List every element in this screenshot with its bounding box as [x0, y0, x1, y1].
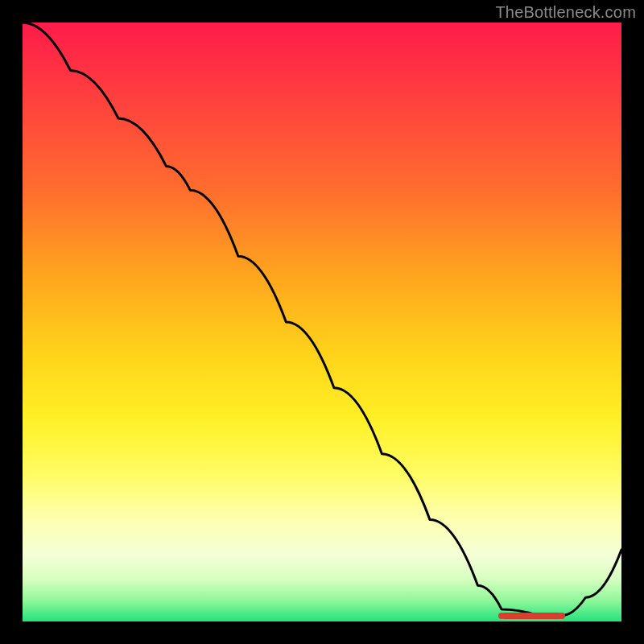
- marker-dot-start: [498, 613, 505, 619]
- marker-dot-end: [559, 613, 565, 619]
- optimal-range-marker: [502, 613, 561, 619]
- chart-frame: TheBottleneck.com: [0, 0, 644, 644]
- plot-area: [23, 23, 621, 621]
- curve-layer: [23, 23, 621, 621]
- bottleneck-curve: [23, 23, 621, 616]
- watermark-text: TheBottleneck.com: [495, 3, 636, 22]
